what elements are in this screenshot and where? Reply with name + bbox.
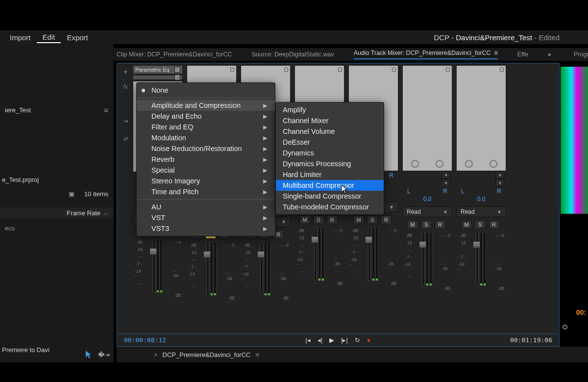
solo-button[interactable]: S xyxy=(367,215,378,224)
pan-value[interactable]: 0.0 xyxy=(456,196,506,203)
step-back-icon[interactable]: ◂| xyxy=(318,336,322,344)
dropdown-icon[interactable] xyxy=(174,75,180,80)
menu-item-effect[interactable]: Channel Mixer xyxy=(276,115,384,126)
menu-export[interactable]: Export xyxy=(61,32,94,43)
menu-item-plugin-format[interactable]: VST3▶ xyxy=(137,223,275,234)
pan-knob[interactable] xyxy=(411,160,419,168)
selection-tool-icon[interactable] xyxy=(85,350,92,359)
mute-button[interactable]: M xyxy=(407,220,418,229)
send-slot-chevron[interactable]: ▾ xyxy=(441,179,450,187)
fader-area: dB15- --7 --16 -- -- - 0- - -36 xyxy=(187,242,237,296)
menu-import[interactable]: Import xyxy=(4,32,37,43)
play-icon[interactable]: ▶ xyxy=(329,336,334,344)
menu-edit[interactable]: Edit xyxy=(37,32,61,43)
slot-handle-icon[interactable] xyxy=(500,68,504,72)
loop-icon[interactable]: ↻ xyxy=(355,336,360,344)
fx-slot[interactable] xyxy=(402,65,452,171)
playhead-dot-icon[interactable] xyxy=(563,325,567,330)
menu-item-none[interactable]: None xyxy=(137,85,275,96)
sequence-tab[interactable]: × DCP_Premiere&Davinci_forCC ≡ xyxy=(154,351,259,358)
menu-item-plugin-format[interactable]: AU▶ xyxy=(137,202,275,212)
automation-mode-dropdown[interactable]: Read▼ xyxy=(402,206,452,217)
slot-handle-icon[interactable] xyxy=(338,68,342,72)
menu-item-effect[interactable]: Tube-modeled Compressor xyxy=(276,202,384,212)
pan-knob[interactable] xyxy=(436,160,443,168)
volume-fader[interactable] xyxy=(152,239,155,293)
menu-item-plugin-format[interactable]: VST▶ xyxy=(137,212,275,223)
tab-audio-track-mixer[interactable]: Audio Track Mixer: DCP_Premiere&Davinci_… xyxy=(354,50,498,59)
solo-button[interactable]: S xyxy=(313,215,324,224)
record-arm-button[interactable]: R xyxy=(327,215,338,224)
send-slot-chevron[interactable]: ▾ xyxy=(441,171,450,179)
volume-fader[interactable] xyxy=(422,232,425,286)
menu-item-category[interactable]: Amplitude and Compression▶ xyxy=(137,100,275,111)
record-icon[interactable]: ● xyxy=(367,336,371,344)
solo-button[interactable]: S xyxy=(421,220,432,229)
volume-fader[interactable] xyxy=(368,227,371,281)
menu-item-effect[interactable]: Single-band Compressor xyxy=(276,191,384,202)
program-scrubber[interactable] xyxy=(563,323,586,331)
menu-item-label: VST xyxy=(151,214,165,222)
sequence-menu-icon[interactable]: ≡ xyxy=(255,351,259,358)
record-arm-button[interactable]: R xyxy=(489,220,499,229)
mute-button[interactable]: M xyxy=(353,215,364,224)
menu-item-category[interactable]: Filter and EQ▶ xyxy=(137,122,275,132)
fx-slot[interactable] xyxy=(456,65,506,171)
menu-item-category[interactable]: Special▶ xyxy=(137,165,275,176)
project-prefix: DCP - xyxy=(434,33,456,42)
menu-item-category[interactable]: Reverb▶ xyxy=(137,154,275,165)
menu-item-category[interactable]: Delay and Echo▶ xyxy=(137,111,275,122)
step-forward-icon[interactable]: |▸| xyxy=(341,336,348,344)
record-arm-button[interactable]: R xyxy=(381,215,392,224)
slot-handle-icon[interactable] xyxy=(284,68,288,72)
pan-right-label: R xyxy=(443,188,447,195)
slot-handle-icon[interactable] xyxy=(446,68,450,72)
collapse-icon[interactable]: ▾ xyxy=(124,68,127,76)
slot-handle-icon[interactable] xyxy=(392,68,396,72)
frame-rate-header[interactable]: Frame Rate xyxy=(67,209,100,217)
record-arm-button[interactable]: R xyxy=(435,220,445,229)
timecode-in[interactable]: 00:00:08:12 xyxy=(124,336,166,344)
tab-overflow-icon[interactable]: » xyxy=(548,51,551,58)
volume-fader[interactable] xyxy=(206,242,209,296)
send-slot-chevron[interactable]: ▾ xyxy=(495,171,504,179)
mute-button[interactable]: M xyxy=(299,215,310,224)
pan-value[interactable]: 0.0 xyxy=(402,196,452,203)
tab-effects[interactable]: Effe xyxy=(517,51,528,58)
menu-item-effect[interactable]: Channel Volume xyxy=(276,126,384,137)
volume-fader[interactable] xyxy=(260,242,263,296)
menu-item-effect[interactable]: Dynamics xyxy=(276,148,384,158)
menu-item-effect[interactable]: Amplify xyxy=(276,104,384,115)
menu-item-effect[interactable]: Dynamics Processing xyxy=(276,158,384,169)
menu-item-effect[interactable]: Hard Limiter xyxy=(276,169,384,180)
slot-handle-icon[interactable] xyxy=(230,68,234,72)
folder-icon[interactable]: ▣ xyxy=(69,190,74,198)
automation-mode-dropdown[interactable]: Read▼ xyxy=(456,206,506,217)
fx-insert-dropdown[interactable]: Parametric Eq xyxy=(133,65,183,74)
solo-button[interactable]: S xyxy=(475,220,486,229)
transport-controls: |◂ ◂| ▶ |▸| ↻ ● xyxy=(305,336,370,344)
panel-menu-icon[interactable]: ≡ xyxy=(104,106,108,114)
menu-item-category[interactable]: Modulation▶ xyxy=(137,132,275,143)
tab-source[interactable]: Source: DeepDigitalStatic.wav xyxy=(251,51,334,58)
menu-item-category[interactable]: Time and Pitch▶ xyxy=(137,186,275,197)
ripple-tool-icon[interactable]: �⇥ xyxy=(98,351,110,358)
mute-button[interactable]: M xyxy=(461,220,472,229)
go-to-in-icon[interactable]: |◂ xyxy=(305,336,310,344)
dropdown-icon[interactable] xyxy=(174,67,180,73)
menu-item-category[interactable]: Stereo Imagery▶ xyxy=(137,176,275,186)
volume-fader[interactable] xyxy=(476,232,479,286)
fx-insert-dropdown-2[interactable] xyxy=(133,75,183,80)
sort-icon[interactable]: ︿ xyxy=(103,210,108,217)
volume-fader[interactable] xyxy=(314,227,317,281)
bin-item-label[interactable]: Premiere to Davi xyxy=(2,346,49,354)
close-sequence-icon[interactable]: × xyxy=(154,351,158,358)
menu-item-effect[interactable]: DeEsser xyxy=(276,137,384,148)
menu-item-effect[interactable]: Multiband Compressor xyxy=(276,180,384,191)
pan-knob[interactable] xyxy=(465,160,473,168)
menu-item-category[interactable]: Noise Reduction/Restoration▶ xyxy=(137,143,275,154)
pan-knob[interactable] xyxy=(490,160,497,168)
tab-program[interactable]: Progr xyxy=(574,51,588,58)
send-slot-chevron[interactable]: ▾ xyxy=(495,179,504,187)
tab-clip-mixer[interactable]: Clip Mixer: DCP_Premiere&Davinci_forCC xyxy=(117,51,232,58)
